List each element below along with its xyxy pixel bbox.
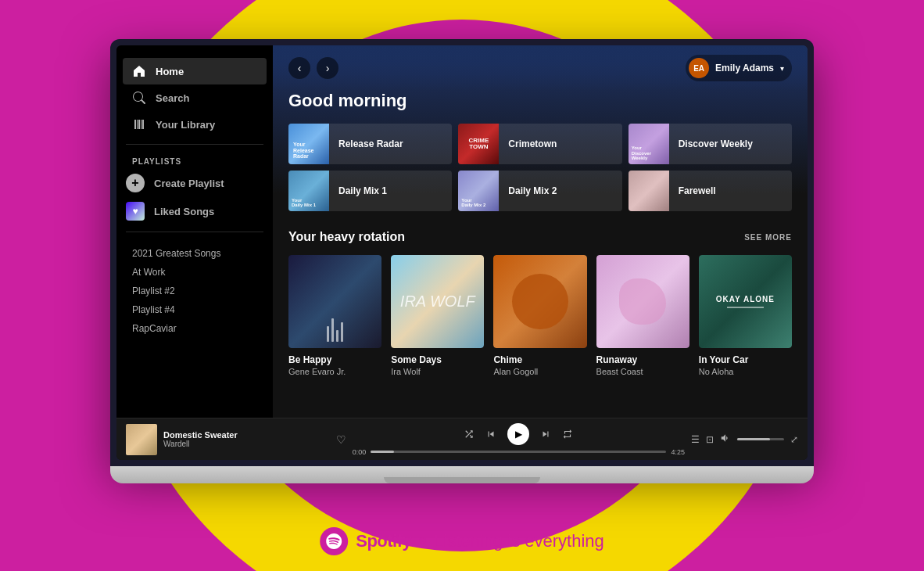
volume-fill	[737, 438, 770, 440]
card-thumb-container: ▶	[288, 255, 381, 348]
crimetown-label: Crimetown	[499, 138, 566, 149]
create-playlist-icon: +	[126, 174, 145, 192]
playlists-section-label: PLAYLISTS	[116, 151, 273, 169]
playlist-item[interactable]: Playlist #4	[126, 301, 263, 318]
devices-button[interactable]: ⊡	[706, 434, 714, 445]
playlist-list: 2021 Greatest Songs At Work Playlist #2 …	[116, 239, 273, 343]
playlist-item[interactable]: 2021 Greatest Songs	[126, 245, 263, 262]
quick-item-daily-mix-2[interactable]: YourDaily Mix 2 Daily Mix 2	[458, 171, 621, 211]
volume-icon[interactable]	[720, 433, 731, 446]
card-chime[interactable]: ▶ Chime Alan Gogoll	[493, 255, 586, 376]
farewell-label: Farewell	[669, 185, 725, 196]
farewell-thumb	[629, 171, 669, 211]
repeat-button[interactable]	[562, 429, 573, 440]
library-icon	[132, 117, 146, 131]
home-label: Home	[156, 66, 184, 77]
card-name: In Your Car	[699, 354, 792, 365]
now-playing-info: Domestic Sweater Wardell	[163, 430, 330, 448]
card-name: Some Days	[391, 354, 484, 365]
playlist-item[interactable]: RapCaviar	[126, 320, 263, 337]
create-playlist-item[interactable]: + Create Playlist	[116, 169, 273, 197]
user-name: Emily Adams	[715, 63, 774, 74]
card-in-your-car[interactable]: OKAY ALONE ▶ In Your Car No Aloha	[699, 255, 792, 376]
user-avatar: EA	[689, 58, 709, 78]
laptop-mockup: Home Search	[110, 39, 814, 483]
daily-mix-2-thumb: YourDaily Mix 2	[458, 171, 499, 211]
time-current: 0:00	[353, 448, 367, 456]
progress-fill	[371, 451, 394, 453]
card-artist: Gene Evaro Jr.	[288, 367, 381, 376]
library-label: Your Library	[156, 119, 215, 131]
quick-item-farewell[interactable]: Farewell	[629, 171, 792, 211]
fullscreen-button[interactable]: ⤢	[790, 434, 798, 445]
card-runaway[interactable]: ▶ Runaway Beast Coast	[596, 255, 689, 376]
sidebar: Home Search	[116, 45, 273, 418]
sidebar-nav: Home Search	[116, 58, 273, 138]
time-total: 4:25	[671, 448, 685, 456]
progress-bar[interactable]	[371, 451, 666, 453]
card-thumb-container: ▶	[596, 255, 689, 348]
create-playlist-label: Create Playlist	[154, 178, 224, 189]
progress-area: 0:00 4:25	[353, 448, 685, 456]
user-menu[interactable]: EA Emily Adams ▾	[686, 55, 792, 81]
card-name: Runaway	[596, 354, 689, 365]
laptop-screen: Home Search	[110, 39, 814, 466]
app-layout: Home Search	[116, 45, 808, 418]
section-title-heavy-rotation: Your heavy rotation	[288, 230, 405, 244]
sidebar-item-home[interactable]: Home	[123, 58, 267, 84]
next-button[interactable]	[540, 429, 551, 440]
top-bar: ‹ › EA Emily Adams ▾	[273, 45, 808, 91]
spotify-registered: ®	[419, 536, 426, 547]
crimetown-thumb: CRIMETOWN	[458, 124, 499, 164]
play-pause-button[interactable]: ▶	[507, 423, 529, 445]
liked-songs-label: Liked Songs	[154, 206, 214, 217]
card-thumb-container: IRA WOLF ▶	[391, 255, 484, 348]
playlist-item[interactable]: At Work	[126, 264, 263, 281]
quick-item-release-radar[interactable]: YourReleaseRadar Release Radar	[288, 124, 452, 164]
right-controls: ☰ ⊡ ⤢	[691, 433, 798, 446]
card-some-days[interactable]: IRA WOLF ▶ Some Days Ira Wolf	[391, 255, 484, 376]
discover-weekly-label: Discover Weekly	[669, 138, 762, 149]
now-playing-title: Domestic Sweater	[163, 430, 330, 440]
liked-songs-item[interactable]: ♥ Liked Songs	[116, 197, 273, 225]
prev-button[interactable]	[485, 429, 496, 440]
quick-access-grid: YourReleaseRadar Release Radar CRIMETOWN	[288, 124, 792, 211]
heart-button[interactable]: ♡	[336, 433, 346, 446]
sidebar-item-library[interactable]: Your Library	[123, 111, 267, 138]
search-label: Search	[156, 92, 189, 104]
content-area: Good morning YourReleaseRadar Release Ra…	[273, 91, 808, 392]
sidebar-item-search[interactable]: Search	[123, 84, 267, 111]
user-chevron-icon: ▾	[780, 64, 784, 73]
quick-item-discover-weekly[interactable]: YourDiscoverWeekly Discover Weekly	[629, 124, 792, 164]
spotify-logo-icon	[320, 527, 348, 555]
quick-item-crimetown[interactable]: CRIMETOWN Crimetown	[458, 124, 621, 164]
daily-mix-1-label: Daily Mix 1	[329, 185, 396, 196]
card-be-happy[interactable]: ▶ Be Happy Gene Evaro Jr.	[288, 255, 381, 376]
see-more-button[interactable]: SEE MORE	[744, 233, 792, 242]
queue-button[interactable]: ☰	[691, 434, 700, 445]
volume-bar[interactable]	[737, 438, 784, 440]
sidebar-divider-2	[126, 232, 263, 232]
now-playing-thumb	[126, 424, 157, 455]
daily-mix-1-thumb: YourDaily Mix 1	[288, 171, 329, 211]
now-playing-artist: Wardell	[163, 440, 330, 448]
card-artist: Ira Wolf	[391, 367, 484, 376]
shuffle-button[interactable]	[464, 429, 475, 440]
home-icon	[132, 64, 146, 78]
card-artist: No Aloha	[699, 367, 792, 376]
spotify-tagline: Listening is everything	[434, 531, 604, 551]
laptop-base	[110, 466, 814, 483]
main-content: ‹ › EA Emily Adams ▾ Good morning	[273, 45, 808, 418]
back-button[interactable]: ‹	[288, 57, 310, 79]
app-window: Home Search	[116, 45, 808, 460]
spotify-wordmark: Spotify	[356, 531, 411, 551]
spotify-branding: Spotify ® Listening is everything	[320, 527, 604, 555]
playlist-item[interactable]: Playlist #2	[126, 282, 263, 300]
quick-item-daily-mix-1[interactable]: YourDaily Mix 1 Daily Mix 1	[288, 171, 452, 211]
forward-button[interactable]: ›	[317, 57, 338, 79]
card-artist: Alan Gogoll	[493, 367, 586, 376]
card-artist: Beast Coast	[596, 367, 689, 376]
search-icon	[132, 91, 146, 105]
card-thumb-container: OKAY ALONE ▶	[699, 255, 792, 348]
card-name: Chime	[493, 354, 586, 365]
